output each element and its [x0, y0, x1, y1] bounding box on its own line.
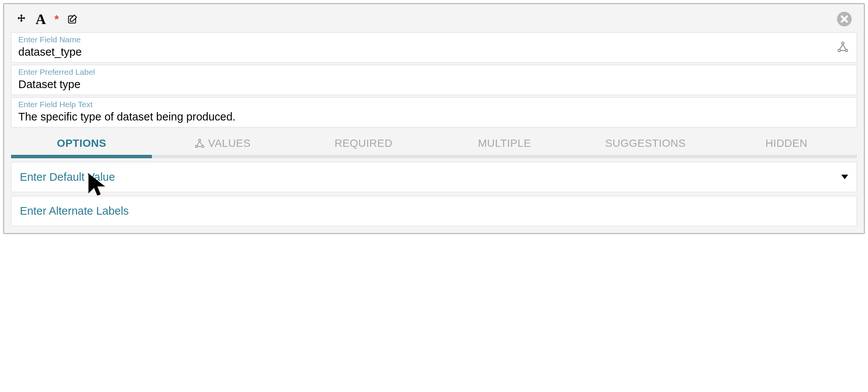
- tab-values[interactable]: VALUES: [152, 130, 293, 155]
- default-value-row[interactable]: Enter Default Value: [11, 162, 857, 192]
- font-type-icon[interactable]: A: [35, 12, 46, 26]
- required-asterisk-icon[interactable]: *: [54, 13, 59, 25]
- preferred-label-label: Enter Preferred Label: [18, 67, 850, 77]
- tab-suggestions-label: SUGGESTIONS: [605, 137, 686, 149]
- tab-multiple[interactable]: MULTIPLE: [434, 130, 575, 155]
- preferred-label-input[interactable]: [18, 77, 850, 91]
- svg-point-2: [842, 42, 844, 44]
- graph-icon: [194, 138, 205, 149]
- tab-options-label: OPTIONS: [57, 137, 106, 149]
- graph-icon[interactable]: [837, 41, 849, 55]
- help-text-row[interactable]: Enter Field Help Text: [11, 97, 857, 127]
- tab-hidden-label: HIDDEN: [765, 137, 807, 149]
- help-text-label: Enter Field Help Text: [18, 100, 850, 109]
- tab-required-label: REQUIRED: [334, 137, 392, 149]
- field-name-label: Enter Field Name: [18, 35, 850, 44]
- editor-header: A *: [4, 4, 864, 30]
- default-value-placeholder: Enter Default Value: [20, 171, 115, 183]
- svg-point-6: [195, 145, 197, 147]
- field-editor-panel: A * Enter Field Name Enter Preferred Lab…: [3, 3, 865, 234]
- tab-hidden[interactable]: HIDDEN: [716, 130, 857, 155]
- preferred-label-row[interactable]: Enter Preferred Label: [11, 65, 857, 95]
- alternate-labels-row[interactable]: Enter Alternate Labels: [11, 196, 857, 226]
- tab-options[interactable]: OPTIONS: [11, 130, 152, 155]
- svg-point-7: [202, 145, 204, 147]
- tab-required[interactable]: REQUIRED: [293, 130, 434, 155]
- tab-suggestions[interactable]: SUGGESTIONS: [575, 130, 716, 155]
- close-button[interactable]: [836, 11, 852, 27]
- tab-values-label: VALUES: [208, 137, 250, 149]
- edit-icon[interactable]: [67, 14, 78, 24]
- svg-point-3: [838, 49, 841, 51]
- tabs-row: OPTIONS VALUES REQUIRED MULTIPLE SUGGEST…: [11, 130, 857, 158]
- svg-point-4: [845, 49, 847, 51]
- header-icon-group: A *: [16, 12, 78, 26]
- alternate-labels-placeholder: Enter Alternate Labels: [20, 205, 129, 217]
- chevron-down-icon[interactable]: [841, 174, 848, 181]
- options-panel: Enter Default Value Enter Alternate Labe…: [11, 162, 857, 226]
- field-name-input[interactable]: [18, 45, 850, 58]
- field-name-row[interactable]: Enter Field Name: [11, 32, 857, 63]
- svg-point-5: [199, 139, 201, 141]
- help-text-input[interactable]: [18, 110, 850, 123]
- tab-multiple-label: MULTIPLE: [478, 137, 531, 149]
- move-icon[interactable]: [16, 13, 27, 25]
